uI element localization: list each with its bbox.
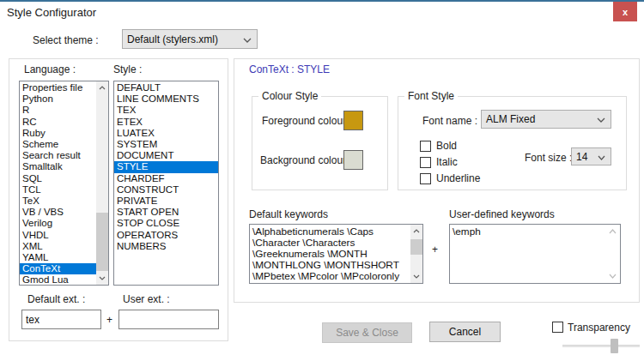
default-keywords-scrollbar[interactable] bbox=[410, 225, 422, 283]
style-list: DEFAULTLINE COMMENTSTEXETEXLUATEXSYSTEMD… bbox=[114, 82, 218, 252]
ext-plus-sign: + bbox=[106, 314, 112, 326]
chevron-down-icon bbox=[597, 113, 605, 125]
list-item[interactable]: ETEX bbox=[114, 117, 218, 128]
select-theme-label: Select theme : bbox=[33, 34, 99, 46]
transparency-label: Transparency bbox=[568, 322, 630, 334]
list-item[interactable]: SQL bbox=[20, 173, 96, 184]
list-item[interactable]: Smalltalk bbox=[20, 161, 96, 172]
style-configurator-dialog: Style Configurator x Select theme : Defa… bbox=[0, 0, 644, 355]
list-item[interactable]: Properties file bbox=[20, 82, 96, 93]
list-item[interactable]: TeX bbox=[20, 196, 96, 207]
transparency-checkbox[interactable] bbox=[552, 322, 563, 333]
page-title: Style Configurator bbox=[7, 6, 96, 19]
scroll-down-icon[interactable] bbox=[410, 270, 422, 283]
default-keywords-label: Default keywords bbox=[249, 208, 328, 220]
font-name-value: ALM Fixed bbox=[486, 113, 535, 125]
list-item[interactable]: DOCUMENT bbox=[114, 150, 218, 161]
keywords-plus-sign: + bbox=[432, 244, 438, 256]
list-item[interactable]: STYLE bbox=[114, 161, 218, 172]
list-item[interactable]: Search result bbox=[20, 150, 96, 161]
default-keywords-box[interactable]: \Alphabeticnumerals \Caps \Character \Ch… bbox=[249, 224, 423, 284]
list-item[interactable]: Scheme bbox=[20, 139, 96, 150]
italic-label: Italic bbox=[436, 156, 458, 168]
user-keywords-box[interactable]: \emph bbox=[449, 224, 621, 284]
scroll-down-icon[interactable] bbox=[607, 272, 617, 280]
list-item[interactable]: CHARDEF bbox=[114, 173, 218, 184]
user-defined-keywords-label: User-defined keywords bbox=[449, 208, 555, 220]
scroll-up-icon[interactable] bbox=[607, 227, 617, 236]
list-item[interactable]: START OPEN bbox=[114, 207, 218, 218]
list-item[interactable]: VHDL bbox=[20, 230, 96, 241]
font-size-value: 14 bbox=[576, 151, 587, 163]
font-style-title: Font Style bbox=[404, 90, 458, 102]
list-item[interactable]: CONSTRUCT bbox=[114, 184, 218, 196]
language-listbox[interactable]: Properties filePythonRRCRubySchemeSearch… bbox=[19, 81, 109, 286]
list-item[interactable]: SYSTEM bbox=[114, 139, 218, 150]
scrollbar-thumb[interactable] bbox=[96, 213, 108, 271]
transparency-slider-thumb[interactable] bbox=[611, 339, 618, 353]
foreground-colour-swatch[interactable] bbox=[343, 111, 363, 130]
list-item[interactable]: VB / VBS bbox=[20, 207, 96, 218]
theme-combobox[interactable]: Default (stylers.xml) bbox=[122, 29, 258, 49]
transparency-slider[interactable] bbox=[562, 345, 640, 347]
font-name-combobox[interactable]: ALM Fixed bbox=[481, 110, 611, 129]
list-item[interactable]: LINE COMMENTS bbox=[114, 93, 218, 105]
chevron-down-icon bbox=[243, 33, 252, 45]
user-ext-label: User ext. : bbox=[123, 293, 170, 305]
scroll-up-icon[interactable] bbox=[410, 225, 422, 238]
list-item[interactable]: R bbox=[20, 105, 96, 116]
list-item[interactable]: PRIVATE bbox=[114, 196, 218, 207]
foreground-colour-label: Foreground colour bbox=[262, 115, 346, 127]
list-item[interactable]: OPERATORS bbox=[114, 230, 218, 241]
list-item[interactable]: XML bbox=[20, 241, 96, 252]
underline-label: Underline bbox=[436, 172, 480, 184]
italic-checkbox[interactable] bbox=[420, 157, 431, 168]
list-item[interactable]: LUATEX bbox=[114, 128, 218, 139]
list-item[interactable]: YAML bbox=[20, 252, 96, 263]
cancel-button[interactable]: Cancel bbox=[429, 322, 501, 342]
font-size-label: Font size : bbox=[525, 152, 572, 164]
language-scrollbar[interactable] bbox=[96, 81, 108, 285]
bold-label: Bold bbox=[436, 140, 457, 152]
language-list: Properties filePythonRRCRubySchemeSearch… bbox=[20, 82, 96, 286]
close-icon: x bbox=[623, 7, 628, 17]
list-item[interactable]: TEX bbox=[114, 105, 218, 116]
user-keywords-text: \emph bbox=[453, 226, 606, 281]
scroll-up-icon[interactable] bbox=[96, 81, 108, 94]
list-item[interactable]: NUMBERS bbox=[114, 241, 218, 252]
list-item[interactable]: STOP CLOSE bbox=[114, 218, 218, 229]
list-item[interactable]: Verilog bbox=[20, 218, 96, 229]
default-keywords-text: \Alphabeticnumerals \Caps \Character \Ch… bbox=[252, 226, 409, 281]
scroll-down-icon[interactable] bbox=[96, 272, 108, 285]
background-colour-label: Background colour bbox=[260, 154, 346, 166]
style-label: Style : bbox=[113, 63, 142, 75]
list-item[interactable]: ConTeXt bbox=[20, 263, 96, 274]
bold-checkbox[interactable] bbox=[420, 141, 431, 152]
underline-checkbox[interactable] bbox=[420, 173, 431, 184]
theme-combobox-value: Default (stylers.xml) bbox=[127, 33, 218, 45]
colour-style-groupbox: Colour Style bbox=[252, 96, 388, 190]
scrollbar-thumb[interactable] bbox=[410, 239, 422, 255]
user-ext-input[interactable] bbox=[118, 310, 219, 329]
save-close-button[interactable]: Save & Close bbox=[322, 322, 412, 343]
colour-style-title: Colour Style bbox=[258, 90, 321, 102]
background-colour-swatch[interactable] bbox=[343, 150, 363, 170]
list-item[interactable]: DEFAULT bbox=[114, 82, 218, 93]
style-listbox[interactable]: DEFAULTLINE COMMENTSTEXETEXLUATEXSYSTEMD… bbox=[113, 81, 219, 286]
list-item[interactable]: Ruby bbox=[20, 128, 96, 139]
font-size-combobox[interactable]: 14 bbox=[571, 147, 611, 165]
default-ext-label: Default ext. : bbox=[27, 293, 85, 305]
list-item[interactable]: Python bbox=[20, 93, 96, 105]
font-name-label: Font name : bbox=[422, 115, 477, 127]
default-ext-input[interactable] bbox=[21, 310, 101, 329]
window-accent-line bbox=[0, 0, 644, 2]
list-item[interactable]: Gmod Lua bbox=[20, 274, 96, 286]
list-item[interactable]: RC bbox=[20, 117, 96, 128]
close-button[interactable]: x bbox=[613, 2, 637, 21]
chevron-down-icon bbox=[598, 151, 605, 163]
list-item[interactable]: TCL bbox=[20, 184, 96, 196]
language-label: Language : bbox=[24, 63, 76, 75]
current-selection-title: ConTeXt : STYLE bbox=[249, 63, 330, 75]
